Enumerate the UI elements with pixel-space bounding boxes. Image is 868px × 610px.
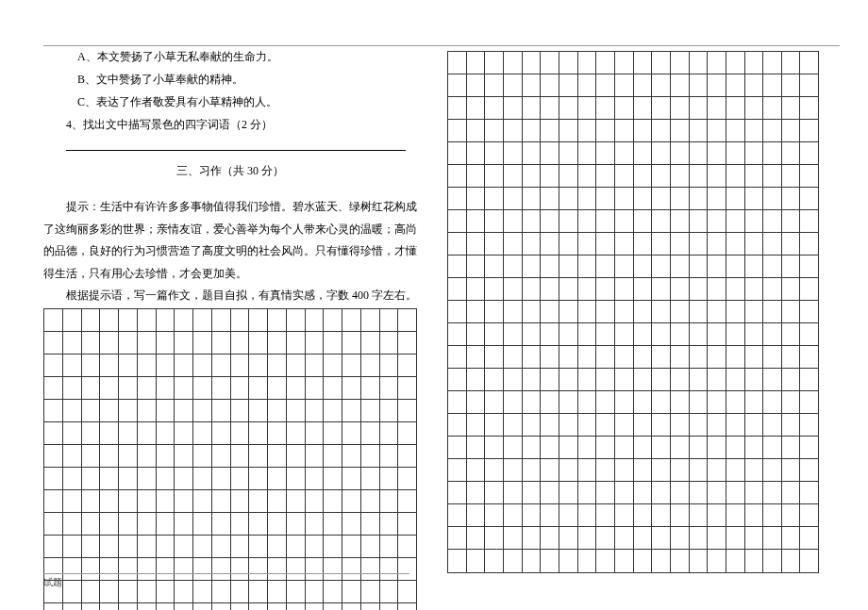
grid-cell[interactable] — [504, 482, 523, 503]
grid-cell[interactable] — [342, 400, 361, 421]
grid-cell[interactable] — [398, 468, 416, 489]
grid-cell[interactable] — [361, 445, 380, 467]
grid-cell[interactable] — [324, 422, 342, 444]
grid-cell[interactable] — [448, 437, 467, 458]
grid-cell[interactable] — [82, 422, 101, 444]
grid-cell[interactable] — [504, 188, 523, 209]
grid-cell[interactable] — [578, 301, 597, 322]
grid-cell[interactable] — [596, 301, 615, 322]
grid-cell[interactable] — [287, 513, 306, 535]
grid-cell[interactable] — [448, 346, 467, 368]
grid-cell[interactable] — [541, 301, 559, 322]
grid-cell[interactable] — [324, 603, 342, 610]
grid-cell[interactable] — [745, 278, 764, 300]
grid-cell[interactable] — [306, 422, 325, 444]
grid-cell[interactable] — [578, 120, 597, 141]
grid-cell[interactable] — [541, 437, 559, 458]
grid-cell[interactable] — [652, 120, 671, 141]
grid-cell[interactable] — [63, 354, 82, 376]
grid-cell[interactable] — [690, 459, 709, 481]
grid-cell[interactable] — [306, 377, 325, 399]
grid-cell[interactable] — [782, 278, 801, 300]
grid-cell[interactable] — [671, 459, 690, 481]
grid-cell[interactable] — [745, 504, 764, 526]
grid-cell[interactable] — [708, 165, 726, 187]
grid-cell[interactable] — [193, 377, 212, 399]
grid-cell[interactable] — [398, 490, 416, 512]
grid-cell[interactable] — [578, 142, 597, 164]
grid-cell[interactable] — [231, 445, 250, 467]
grid-cell[interactable] — [380, 309, 399, 331]
grid-cell[interactable] — [559, 550, 578, 572]
grid-cell[interactable] — [596, 504, 615, 526]
grid-cell[interactable] — [467, 482, 486, 503]
grid-cell[interactable] — [212, 377, 231, 399]
grid-cell[interactable] — [615, 504, 634, 526]
grid-cell[interactable] — [448, 210, 467, 232]
grid-cell[interactable] — [306, 603, 325, 610]
grid-cell[interactable] — [306, 468, 325, 489]
grid-cell[interactable] — [268, 422, 287, 444]
grid-cell[interactable] — [448, 414, 467, 436]
grid-cell[interactable] — [763, 165, 782, 187]
grid-cell[interactable] — [268, 377, 287, 399]
grid-cell[interactable] — [690, 120, 709, 141]
grid-cell[interactable] — [578, 323, 597, 345]
grid-cell[interactable] — [63, 468, 82, 489]
grid-cell[interactable] — [800, 278, 818, 300]
grid-cell[interactable] — [485, 52, 504, 74]
grid-cell[interactable] — [652, 74, 671, 96]
grid-cell[interactable] — [690, 346, 709, 368]
grid-cell[interactable] — [800, 414, 818, 436]
grid-cell[interactable] — [82, 445, 101, 467]
grid-cell[interactable] — [745, 233, 764, 255]
grid-cell[interactable] — [175, 490, 193, 512]
grid-cell[interactable] — [175, 309, 193, 331]
grid-cell[interactable] — [690, 233, 709, 255]
grid-cell[interactable] — [306, 400, 325, 421]
grid-cell[interactable] — [380, 400, 399, 421]
grid-cell[interactable] — [138, 536, 157, 557]
grid-cell[interactable] — [361, 422, 380, 444]
grid-cell[interactable] — [119, 445, 138, 467]
grid-cell[interactable] — [485, 233, 504, 255]
grid-cell[interactable] — [708, 550, 726, 572]
grid-cell[interactable] — [63, 422, 82, 444]
grid-cell[interactable] — [342, 536, 361, 557]
grid-cell[interactable] — [541, 346, 559, 368]
grid-cell[interactable] — [82, 603, 101, 610]
grid-cell[interactable] — [249, 536, 268, 557]
grid-cell[interactable] — [763, 550, 782, 572]
grid-cell[interactable] — [745, 323, 764, 345]
grid-cell[interactable] — [504, 120, 523, 141]
grid-cell[interactable] — [342, 490, 361, 512]
grid-cell[interactable] — [119, 490, 138, 512]
grid-cell[interactable] — [782, 97, 801, 119]
grid-cell[interactable] — [100, 332, 119, 354]
grid-cell[interactable] — [398, 354, 416, 376]
grid-cell[interactable] — [523, 120, 542, 141]
grid-cell[interactable] — [690, 550, 709, 572]
grid-cell[interactable] — [559, 233, 578, 255]
grid-cell[interactable] — [82, 332, 101, 354]
grid-cell[interactable] — [268, 490, 287, 512]
grid-cell[interactable] — [541, 504, 559, 526]
grid-cell[interactable] — [467, 550, 486, 572]
grid-cell[interactable] — [708, 74, 726, 96]
grid-cell[interactable] — [782, 414, 801, 436]
grid-cell[interactable] — [138, 354, 157, 376]
grid-cell[interactable] — [398, 377, 416, 399]
grid-cell[interactable] — [596, 210, 615, 232]
grid-cell[interactable] — [578, 278, 597, 300]
grid-cell[interactable] — [287, 468, 306, 489]
grid-cell[interactable] — [745, 414, 764, 436]
grid-cell[interactable] — [504, 504, 523, 526]
grid-cell[interactable] — [63, 445, 82, 467]
grid-cell[interactable] — [634, 504, 653, 526]
grid-cell[interactable] — [763, 52, 782, 74]
grid-cell[interactable] — [578, 527, 597, 549]
grid-cell[interactable] — [138, 400, 157, 421]
grid-cell[interactable] — [726, 256, 745, 277]
grid-cell[interactable] — [44, 400, 63, 421]
grid-cell[interactable] — [596, 414, 615, 436]
